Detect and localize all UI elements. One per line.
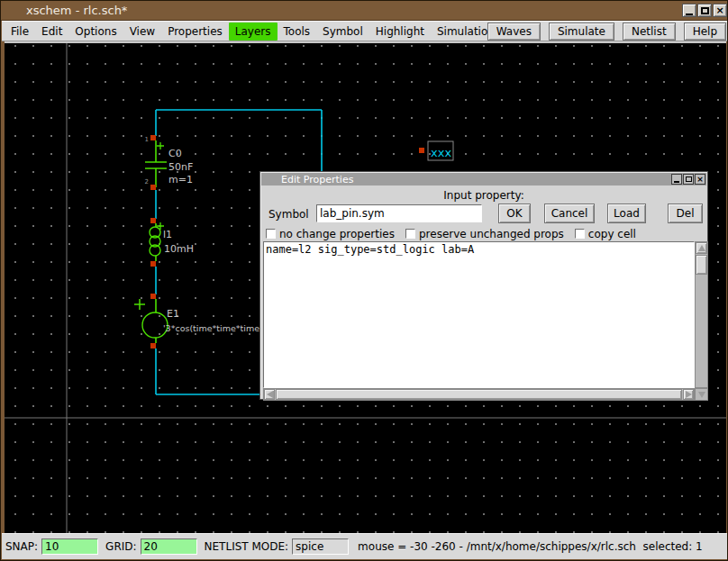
- netlist-mode-input[interactable]: [292, 538, 349, 555]
- simulate-button[interactable]: Simulate: [549, 23, 614, 41]
- edit-properties-dialog: Edit Properties × Input property: Symbol…: [259, 171, 708, 400]
- snap-label: SNAP:: [5, 540, 38, 553]
- dialog-minimize-button[interactable]: [671, 174, 682, 185]
- close-icon: ×: [715, 5, 723, 15]
- no-change-properties-checkbox[interactable]: [266, 229, 276, 239]
- symbol-label: Symbol: [268, 208, 309, 221]
- grid-input[interactable]: [141, 538, 197, 555]
- dialog-titlebar[interactable]: Edit Properties ×: [261, 173, 706, 185]
- ok-button[interactable]: OK: [498, 204, 531, 223]
- statusbar: SNAP: GRID: NETLIST MODE: mouse = -30 -2…: [2, 533, 728, 559]
- no-change-properties-label: no change properties: [279, 228, 395, 240]
- menu-symbol[interactable]: Symbol: [316, 23, 369, 41]
- dialog-close-icon: ×: [696, 176, 704, 184]
- menu-file[interactable]: File: [5, 23, 35, 41]
- checkbox-row: no change properties preserve unchanged …: [266, 228, 647, 240]
- dialog-body: Input property: Symbol OK Cancel Load De…: [261, 185, 706, 398]
- netlist-button[interactable]: Netlist: [623, 23, 676, 41]
- scroll-right-button[interactable]: [683, 389, 694, 400]
- arrow-right-icon: [686, 391, 692, 398]
- cancel-button[interactable]: Cancel: [544, 204, 595, 223]
- waves-button[interactable]: Waves: [487, 23, 541, 41]
- close-button[interactable]: ×: [713, 4, 727, 17]
- menu-edit[interactable]: Edit: [35, 23, 68, 41]
- window-titlebar[interactable]: xschem - rlc.sch* ×: [1, 1, 728, 21]
- xschem-window: { "window": { "title": "xschem - rlc.sch…: [0, 0, 728, 561]
- menubar: File Edit Options View Properties Layers…: [2, 21, 728, 41]
- snap-input[interactable]: [41, 538, 98, 555]
- dialog-controls: ×: [671, 174, 705, 185]
- property-textarea[interactable]: name=l2 sig_type=std_logic lab=A: [263, 241, 695, 388]
- arrow-down-icon: [698, 392, 705, 398]
- scroll-down-button[interactable]: [695, 388, 708, 401]
- symbol-input[interactable]: [316, 204, 482, 222]
- scroll-up-button[interactable]: [696, 242, 707, 254]
- arrow-up-icon: [698, 245, 705, 251]
- grid-label: GRID:: [105, 540, 136, 553]
- window-title: xschem - rlc.sch*: [26, 4, 127, 17]
- preserve-unchanged-props-label: preserve unchanged props: [419, 228, 564, 240]
- window-controls: ×: [682, 4, 727, 17]
- load-button[interactable]: Load: [607, 204, 646, 223]
- menu-properties[interactable]: Properties: [161, 23, 229, 41]
- del-button[interactable]: Del: [668, 204, 703, 223]
- copy-cell-checkbox[interactable]: [575, 229, 585, 239]
- vertical-scrollbar[interactable]: [695, 241, 708, 388]
- minimize-icon: [686, 14, 693, 15]
- mouse-coordinates-text: mouse = -30 -260 - /mnt/x/home/schippes/…: [358, 540, 703, 553]
- arrow-left-icon: [267, 391, 273, 398]
- menubar-right-buttons: Waves Simulate Netlist Help: [487, 23, 726, 41]
- dialog-close-button[interactable]: ×: [695, 174, 705, 185]
- minimize-button[interactable]: [682, 4, 696, 17]
- dialog-maximize-icon: [686, 176, 692, 182]
- menu-tools[interactable]: Tools: [278, 23, 317, 41]
- netlist-mode-label: NETLIST MODE:: [205, 540, 289, 553]
- vertical-scroll-thumb[interactable]: [696, 255, 707, 275]
- copy-cell-label: copy cell: [588, 228, 636, 240]
- horizontal-scrollbar[interactable]: [263, 388, 695, 401]
- menu-options[interactable]: Options: [68, 23, 123, 41]
- maximize-button[interactable]: [697, 4, 712, 17]
- preserve-unchanged-props-checkbox[interactable]: [405, 229, 415, 239]
- menu-layers[interactable]: Layers: [229, 23, 278, 41]
- dialog-maximize-button[interactable]: [683, 174, 694, 185]
- input-property-label: Input property:: [261, 189, 706, 202]
- menu-view[interactable]: View: [123, 23, 161, 41]
- dialog-title: Edit Properties: [281, 174, 353, 185]
- help-button[interactable]: Help: [684, 23, 726, 41]
- scroll-left-button[interactable]: [264, 389, 275, 400]
- horizontal-scroll-thumb[interactable]: [276, 389, 682, 400]
- maximize-icon: [701, 7, 709, 14]
- menu-highlight[interactable]: Highlight: [369, 23, 431, 41]
- dialog-minimize-icon: [674, 181, 679, 183]
